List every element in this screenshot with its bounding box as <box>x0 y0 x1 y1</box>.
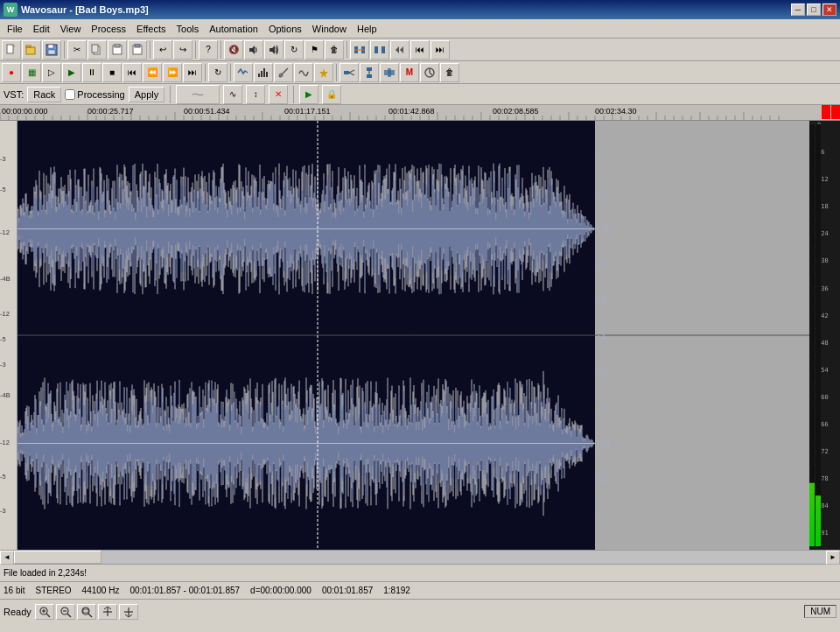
sep7 <box>230 64 231 81</box>
menu-bar: File Edit View Process Effects Tools Aut… <box>0 19 840 39</box>
zoom-sel[interactable] <box>77 604 96 620</box>
scroll-track[interactable] <box>14 551 826 564</box>
mark-button[interactable]: ⚑ <box>304 40 324 60</box>
undo-button[interactable]: ↩ <box>153 40 172 60</box>
curve2-tool[interactable]: ∿ <box>223 85 242 104</box>
rack-button[interactable]: Rack <box>27 87 61 102</box>
paste2-button[interactable] <box>128 40 147 60</box>
tool10-button[interactable] <box>420 63 439 82</box>
title-bar: W Wavosaur - [Bad Boys.mp3] ─ □ ✕ <box>0 0 840 19</box>
processing-checkbox[interactable] <box>65 89 75 100</box>
svg-rect-16 <box>374 46 378 53</box>
tool3-button[interactable] <box>274 63 293 82</box>
redo-button[interactable]: ↪ <box>173 40 192 60</box>
scroll-left[interactable]: ◄ <box>0 551 14 565</box>
position: 00:01:01.857 - 00:01:01.857 <box>130 586 240 595</box>
forward-button[interactable]: ⏩ <box>163 63 182 82</box>
menu-file[interactable]: File <box>2 19 28 38</box>
paste-button[interactable] <box>108 40 127 60</box>
menu-edit[interactable]: Edit <box>28 19 55 38</box>
tool7-button[interactable] <box>360 63 379 82</box>
zoom-in-h[interactable] <box>35 604 54 620</box>
playfrom-button[interactable]: ▷ <box>42 63 61 82</box>
play-small-button[interactable]: ▶ <box>299 85 318 104</box>
window-title: Wavosaur - [Bad Boys.mp3] <box>21 4 149 15</box>
scroll-right[interactable]: ► <box>826 551 840 565</box>
sep4 <box>220 41 221 59</box>
prev-button[interactable]: ⏮ <box>410 40 430 60</box>
loop2-button[interactable]: ↻ <box>208 63 228 82</box>
play-button[interactable]: ▶ <box>62 63 81 82</box>
delete-point[interactable]: ✕ <box>269 85 288 104</box>
ready-status: Ready <box>4 607 32 617</box>
time-4: 00:01:42.868 <box>388 107 435 116</box>
cursor-tool[interactable]: ↕ <box>246 85 265 104</box>
tool6-button[interactable] <box>340 63 359 82</box>
menu-process[interactable]: Process <box>86 19 131 38</box>
tool4-button[interactable] <box>294 63 313 82</box>
del-button[interactable]: 🗑 <box>325 40 344 60</box>
maximize-button[interactable]: □ <box>807 4 821 16</box>
svg-line-43 <box>88 614 92 617</box>
menu-window[interactable]: Window <box>307 19 352 38</box>
loop-button[interactable]: ↻ <box>284 40 304 60</box>
tool5-button[interactable] <box>314 63 333 82</box>
record-button[interactable]: ● <box>2 63 21 82</box>
status-bar: File loaded in 2,234s! <box>0 564 840 581</box>
next-button[interactable]: ⏭ <box>430 40 450 60</box>
zoom-in-v[interactable] <box>98 604 117 620</box>
vol-up-button[interactable] <box>264 40 284 60</box>
svg-line-25 <box>349 70 354 73</box>
vol-mute-button[interactable]: 🔇 <box>224 40 243 60</box>
back-button[interactable]: ⏪ <box>143 63 162 82</box>
spectrum-button[interactable] <box>254 63 273 82</box>
copy-button[interactable] <box>88 40 107 60</box>
menu-help[interactable]: Help <box>352 19 382 38</box>
region2-button[interactable] <box>370 40 389 60</box>
title-buttons: ─ □ ✕ <box>791 4 836 16</box>
region1-button[interactable] <box>350 40 369 60</box>
lock-button[interactable]: 🔒 <box>322 85 341 104</box>
bottom-bar: Ready NUM <box>0 599 840 623</box>
svg-rect-17 <box>382 46 385 53</box>
zoom-out-v[interactable] <box>119 604 138 620</box>
svg-line-34 <box>430 73 432 75</box>
zoom-wave-button[interactable] <box>234 63 253 82</box>
close-button[interactable]: ✕ <box>822 4 836 16</box>
menu-effects[interactable]: Effects <box>131 19 171 38</box>
help-button[interactable]: ? <box>199 40 218 60</box>
svg-rect-2 <box>26 47 35 54</box>
svg-rect-24 <box>344 71 349 74</box>
minimize-button[interactable]: ─ <box>791 4 805 16</box>
new-button[interactable] <box>2 40 21 60</box>
rewind-button[interactable]: ⏮ <box>122 63 142 82</box>
apply-button[interactable]: Apply <box>129 87 165 102</box>
end-button[interactable]: ⏭ <box>183 63 202 82</box>
zoom-out-h[interactable] <box>56 604 75 620</box>
region3-button[interactable] <box>390 40 410 60</box>
monitor-button[interactable]: ▦ <box>22 63 41 82</box>
toolbar-playback: ● ▦ ▷ ▶ ⏸ ■ ⏮ ⏪ ⏩ ⏭ ↻ M 🗑 <box>0 61 840 84</box>
cut-button[interactable]: ✂ <box>67 40 87 60</box>
tool8-button[interactable] <box>380 63 399 82</box>
svg-rect-0 <box>7 45 13 53</box>
tool9-button[interactable]: M <box>400 63 419 82</box>
menu-options[interactable]: Options <box>263 19 307 38</box>
save-button[interactable] <box>42 40 61 60</box>
waveform-area[interactable] <box>18 121 809 550</box>
open-button[interactable] <box>22 40 41 60</box>
db-labels-left: -3 -5 -12 -4B -12 -5 -3 -4B -12 -5 -3 <box>0 121 18 550</box>
vol-down-button[interactable] <box>244 40 263 60</box>
tool11-button[interactable]: 🗑 <box>440 63 459 82</box>
menu-tools[interactable]: Tools <box>172 19 205 38</box>
pause-button[interactable]: ⏸ <box>82 63 102 82</box>
horizontal-scrollbar[interactable]: ◄ ► <box>0 550 840 564</box>
bit-depth: 16 bit <box>4 586 24 595</box>
menu-automation[interactable]: Automation <box>204 19 263 38</box>
scroll-thumb[interactable] <box>14 551 102 564</box>
svg-rect-31 <box>388 68 391 77</box>
sep3 <box>195 41 196 59</box>
menu-view[interactable]: View <box>55 19 87 38</box>
stop-button[interactable]: ■ <box>102 63 122 82</box>
curve-tool[interactable] <box>176 85 220 104</box>
